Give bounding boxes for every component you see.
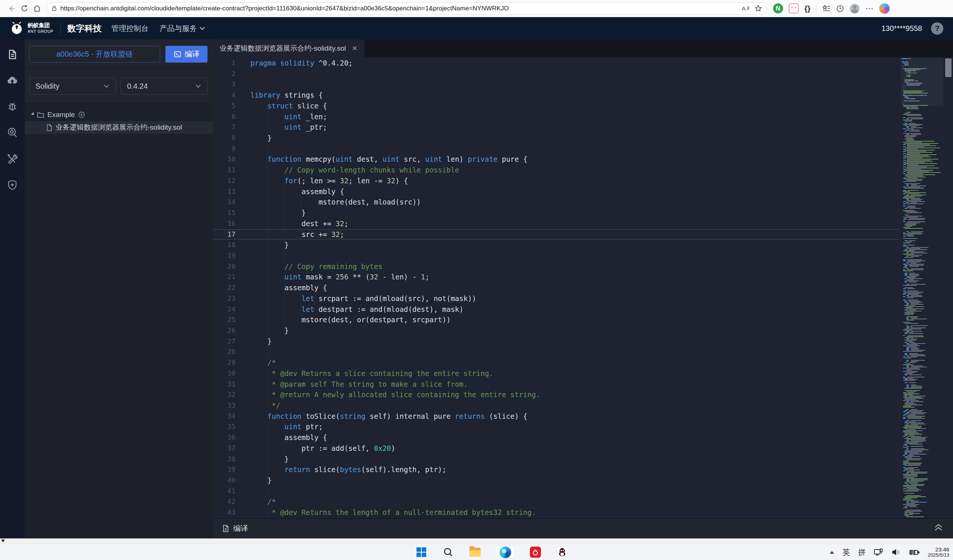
time-text: 23:46 (928, 547, 949, 552)
compile-button[interactable]: 编译 (165, 46, 208, 63)
compile-button-label: 编译 (185, 49, 200, 59)
code-line: 7 uint _ptr; (213, 122, 899, 133)
ime-english-indicator[interactable]: 英 (842, 547, 850, 557)
extension-n-icon[interactable]: N (773, 3, 783, 13)
tab-contract-file[interactable]: 业务逻辑数据浏览器展示合约-solidity.sol ✕ (213, 39, 364, 57)
menu-products[interactable]: 产品与服务 (160, 23, 205, 34)
code-line: 1pragma solidity ^0.4.20; (213, 58, 899, 68)
code-line: 39 return slice(bytes(self).length, ptr)… (213, 464, 899, 475)
code-line: 27 } (213, 336, 899, 347)
address-bar[interactable]: https://openchain.antdigital.com/cloudid… (46, 2, 767, 15)
page-scroll-strip[interactable] (0, 538, 953, 544)
code-line: 37 ptr := add(self, 0x20) (213, 443, 899, 454)
debug-bug-icon[interactable] (6, 101, 18, 113)
minimap-viewport[interactable] (901, 58, 943, 106)
menu-console[interactable]: 管理控制台 (112, 23, 149, 34)
tree-file-contract[interactable]: 业务逻辑数据浏览器展示合约-solidity.sol (25, 121, 213, 134)
scrollbar-thumb[interactable] (945, 59, 951, 77)
code-lines[interactable]: 1pragma solidity ^0.4.20;234library stri… (213, 58, 899, 518)
side-panel: a00e36c5 - 开放联盟链 编译 Solidity 0.4.24 (25, 39, 213, 538)
read-aloud-icon[interactable]: A (741, 5, 749, 12)
code-line: 21 uint mask = 256 ** (32 - len) - 1; (213, 271, 899, 282)
divider (61, 23, 61, 34)
taskbar-clock[interactable]: 23:46 2025/5/13 (928, 547, 949, 558)
code-line: 34 function toSlice(string self) interna… (213, 411, 899, 422)
code-line: 23 let srcpart := and(mload(src), not(ma… (213, 293, 899, 304)
file-tree: Example 业务逻辑数据浏览器展示合约-solidity.sol (25, 104, 213, 538)
code-line: 29 /* (213, 357, 899, 368)
editor: 业务逻辑数据浏览器展示合约-solidity.sol ✕ 1pragma sol… (213, 39, 953, 538)
vertical-scrollbar[interactable] (944, 57, 953, 518)
tray-expand-chevron[interactable] (830, 551, 834, 554)
files-icon[interactable] (6, 48, 18, 60)
code-line: 31 * @param self The string to make a sl… (213, 379, 899, 390)
history-icon[interactable] (836, 5, 844, 13)
code-line: 12 for(; len >= 32; len -= 32) { (213, 175, 899, 186)
copilot-icon[interactable] (879, 3, 890, 14)
terminal-icon (174, 50, 182, 58)
svg-text:A: A (742, 5, 746, 12)
code-line: 22 assembly { (213, 282, 899, 293)
tools-icon[interactable] (6, 153, 18, 165)
ime-pinyin-indicator[interactable]: 拼 (858, 547, 865, 557)
chain-select-button[interactable]: a00e36c5 - 开放联盟链 (29, 46, 160, 63)
home-icon[interactable] (31, 2, 43, 15)
display-device-icon[interactable] (874, 548, 883, 557)
file-label: 业务逻辑数据浏览器展示合约-solidity.sol (56, 123, 182, 132)
bottom-compile-label: 编译 (233, 523, 248, 534)
code-line: 35 uint ptr; (213, 421, 899, 432)
music-app-button[interactable] (529, 546, 542, 558)
bottom-compile[interactable]: 编译 (222, 523, 248, 534)
windows-taskbar: 英 拼 23:46 2025/5/13 (0, 544, 953, 560)
help-icon[interactable]: ? (931, 22, 943, 35)
ant-group-logo[interactable]: 蚂蚁集团 ANT GROUP (10, 21, 54, 36)
code-line: 9 (213, 143, 899, 154)
code-area[interactable]: 1pragma solidity ^0.4.20;234library stri… (213, 57, 953, 518)
search-button[interactable] (442, 546, 455, 558)
chevron-down-icon (199, 26, 205, 30)
extension-tv-icon[interactable] (789, 3, 799, 13)
expand-panel-button[interactable] (934, 523, 943, 534)
search-icon (443, 547, 453, 557)
refresh-icon[interactable] (18, 2, 31, 15)
favorite-star-icon[interactable] (754, 5, 762, 12)
code-line: 42 /* (213, 496, 899, 507)
brand-en: ANT GROUP (28, 28, 54, 34)
tab-bar: 业务逻辑数据浏览器展示合约-solidity.sol ✕ (213, 39, 953, 57)
activity-bar (0, 39, 25, 538)
account-number[interactable]: 130****9558 (882, 24, 922, 33)
document-icon (222, 524, 229, 532)
version-select[interactable]: 0.4.24 (121, 78, 208, 95)
language-select[interactable]: Solidity (29, 78, 116, 95)
profile-avatar-icon[interactable] (850, 4, 860, 13)
battery-charging-icon[interactable] (909, 548, 919, 556)
cloud-download-icon[interactable] (78, 111, 85, 118)
tree-folder-example[interactable]: Example (25, 109, 213, 121)
extension-braces-icon[interactable]: {} (804, 4, 810, 13)
code-line: 25 mstore(dest, or(destpart, srcpart)) (213, 315, 899, 325)
scan-bug-icon[interactable] (6, 127, 18, 139)
back-icon[interactable] (5, 2, 18, 15)
code-line: 28 (213, 346, 899, 357)
speaker-icon[interactable] (891, 548, 901, 556)
brand-cn: 蚂蚁集团 (28, 22, 54, 28)
browser-menu-icon[interactable]: ⋯ (865, 4, 874, 13)
code-line: 26 } (213, 325, 899, 336)
favorites-bar-icon[interactable] (822, 5, 830, 12)
start-button[interactable] (415, 546, 428, 558)
file-explorer-button[interactable] (469, 546, 481, 558)
minimap[interactable] (901, 58, 943, 518)
browser-chrome: https://openchain.antdigital.com/cloudid… (0, 0, 953, 17)
qq-app-button[interactable] (556, 546, 568, 558)
edge-browser-button[interactable] (495, 546, 515, 558)
close-icon[interactable]: ✕ (352, 44, 358, 53)
code-line: 5 struct slice { (213, 101, 899, 112)
shield-plus-icon[interactable] (6, 179, 18, 191)
code-line: 40 } (213, 475, 899, 486)
cloud-upload-icon[interactable] (6, 74, 18, 87)
code-line: 16 dest += 32; (213, 218, 899, 229)
folder-icon (37, 112, 44, 118)
windows-icon (416, 547, 426, 557)
code-line: 6 uint _len; (213, 112, 899, 122)
qq-penguin-icon (557, 547, 568, 558)
